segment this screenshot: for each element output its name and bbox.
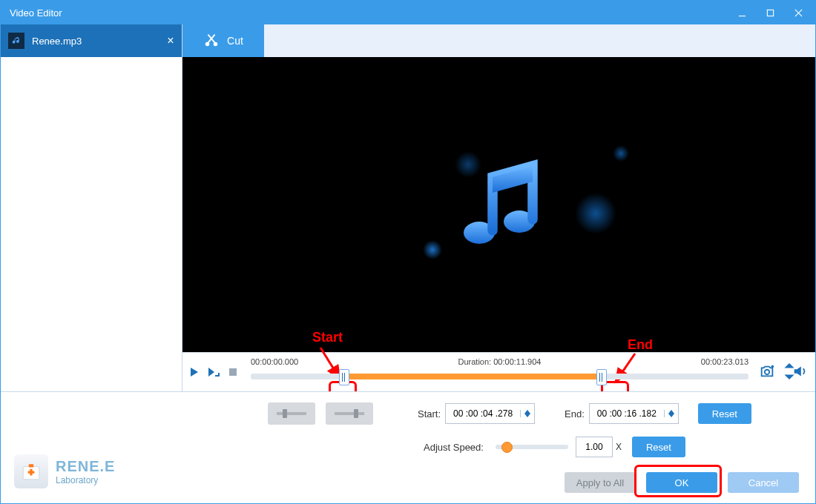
brand-line2: Laboratory bbox=[56, 475, 115, 485]
speed-label: Adjust Speed: bbox=[424, 442, 484, 453]
preview-area: Start End bbox=[182, 57, 815, 352]
svg-point-11 bbox=[765, 369, 769, 374]
file-close-button[interactable]: × bbox=[159, 34, 182, 47]
window-buttons bbox=[728, 1, 812, 24]
ribbon: Cut bbox=[182, 24, 815, 57]
track[interactable]: 00:00:00.000 Duration: 00:00:11.904 00:0… bbox=[251, 360, 748, 384]
annotation-end-label: End bbox=[628, 337, 653, 353]
window: Video Editor Renee.mp3 × bbox=[0, 0, 816, 504]
end-time-field[interactable] bbox=[590, 408, 664, 420]
time-duration-label: Duration: 00:00:11.904 bbox=[458, 357, 542, 366]
apply-to-all-button: Apply to All bbox=[565, 472, 636, 493]
svg-rect-9 bbox=[218, 373, 220, 377]
snapshot-button[interactable] bbox=[759, 363, 775, 382]
brand-line1: RENE.E bbox=[56, 458, 115, 475]
footer-buttons: Apply to All OK Cancel bbox=[565, 472, 799, 493]
svg-rect-17 bbox=[335, 412, 364, 415]
minimize-button[interactable] bbox=[728, 1, 756, 24]
file-name: Renee.mp3 bbox=[32, 36, 159, 47]
cut-icon bbox=[203, 32, 220, 50]
mark-out-button[interactable] bbox=[326, 402, 373, 425]
file-tab[interactable]: Renee.mp3 × bbox=[1, 24, 182, 57]
speed-value-input[interactable] bbox=[576, 437, 613, 457]
sidebar: Renee.mp3 × bbox=[1, 24, 182, 391]
brand-logo-icon bbox=[14, 454, 48, 488]
time-end-label: 00:00:23.013 bbox=[701, 357, 748, 366]
start-time-input[interactable] bbox=[445, 403, 535, 424]
play-segment-button[interactable] bbox=[206, 365, 221, 379]
handle-start[interactable] bbox=[339, 369, 349, 385]
start-time-field[interactable] bbox=[446, 408, 520, 420]
tab-cut[interactable]: Cut bbox=[182, 24, 264, 57]
close-button[interactable] bbox=[784, 1, 812, 24]
body: Renee.mp3 × Cut bbox=[1, 24, 815, 391]
cancel-button[interactable]: Cancel bbox=[728, 472, 799, 493]
footer: RENE.E Laboratory Start: End: bbox=[1, 391, 815, 503]
end-time-input[interactable] bbox=[589, 403, 679, 424]
time-start-label: 00:00:00.000 bbox=[251, 357, 298, 366]
window-title: Video Editor bbox=[10, 7, 728, 19]
end-spin-down[interactable] bbox=[665, 414, 678, 417]
reset-time-button[interactable]: Reset bbox=[698, 403, 751, 424]
timeline: 00:00:00.000 Duration: 00:00:11.904 00:0… bbox=[182, 352, 815, 391]
svg-rect-18 bbox=[354, 409, 358, 418]
volume-button[interactable] bbox=[792, 363, 808, 382]
tab-cut-label: Cut bbox=[227, 35, 243, 47]
track-selection bbox=[343, 374, 601, 379]
svg-rect-14 bbox=[29, 464, 34, 467]
maximize-button[interactable] bbox=[756, 1, 784, 24]
snapshot-dropdown-icon[interactable] bbox=[781, 363, 786, 382]
brand-text: RENE.E Laboratory bbox=[56, 458, 115, 485]
svg-point-12 bbox=[771, 365, 774, 368]
titlebar: Video Editor bbox=[1, 1, 815, 24]
start-spin-down[interactable] bbox=[521, 414, 534, 417]
stop-button[interactable] bbox=[226, 365, 240, 379]
handle-end[interactable] bbox=[596, 369, 607, 385]
file-type-icon bbox=[8, 33, 24, 49]
end-label: End: bbox=[565, 408, 585, 420]
brand: RENE.E Laboratory bbox=[14, 454, 115, 488]
svg-rect-16 bbox=[283, 409, 287, 418]
content: Cut bbox=[182, 24, 815, 391]
svg-rect-10 bbox=[229, 368, 237, 376]
reset-speed-button[interactable]: Reset bbox=[632, 437, 685, 457]
ok-button[interactable]: OK bbox=[646, 472, 717, 493]
annotation-start-label: Start bbox=[312, 330, 343, 345]
speed-slider-knob[interactable] bbox=[501, 442, 513, 453]
mark-in-button[interactable] bbox=[268, 402, 315, 425]
start-label: Start: bbox=[418, 408, 441, 420]
speed-x-label: X bbox=[616, 442, 622, 452]
speed-slider[interactable] bbox=[496, 445, 568, 449]
play-button[interactable] bbox=[187, 365, 202, 379]
svg-rect-1 bbox=[767, 10, 773, 16]
svg-rect-15 bbox=[277, 412, 306, 415]
